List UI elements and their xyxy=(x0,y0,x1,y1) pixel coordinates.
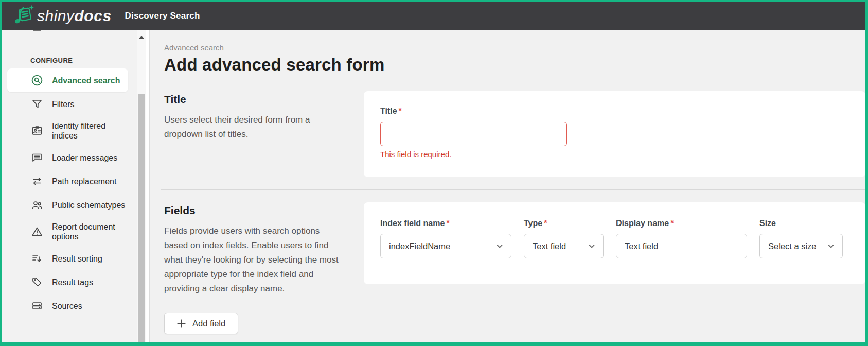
fields-section-description: Fields provide users with search options… xyxy=(164,224,343,296)
breadcrumb[interactable]: Advanced search xyxy=(164,43,865,52)
sidebar-section-label: CONFIGURE xyxy=(30,57,137,64)
type-select[interactable]: Text field xyxy=(524,234,604,258)
sidebar-item-advanced-search[interactable]: Advanced search xyxy=(7,68,128,92)
title-error-message: This field is required. xyxy=(380,150,849,159)
chevron-down-icon xyxy=(495,242,504,250)
sidebar-item-result-tags[interactable]: Result tags xyxy=(2,270,137,294)
sidebar-item-public-schematypes[interactable]: Public schematypes xyxy=(2,193,137,217)
fields-form-card: Index field name* indexFieldName Type* T… xyxy=(364,202,865,284)
search-circle-icon xyxy=(30,74,44,87)
app-title: Discovery Search xyxy=(125,11,200,21)
required-asterisk: * xyxy=(446,219,449,228)
database-icon xyxy=(30,299,44,313)
people-icon xyxy=(30,198,44,212)
page-title: Add advanced search form xyxy=(164,55,865,75)
shinydocs-logo: shinydocs xyxy=(13,5,112,27)
funnel-icon xyxy=(30,97,44,111)
clipped-icon xyxy=(30,30,44,33)
sidebar-item-clipped[interactable] xyxy=(2,30,137,38)
sidebar-item-sources[interactable]: Sources xyxy=(2,294,137,318)
size-label: Size xyxy=(759,219,843,228)
sidebar-scrollbar[interactable] xyxy=(137,30,146,342)
scrollbar-up-button[interactable] xyxy=(137,30,146,44)
brand-wordmark: shinydocs xyxy=(37,7,112,25)
sidebar-item-filters[interactable]: Filters xyxy=(2,92,137,116)
sidebar-item-identity-filtered-indices[interactable]: Identity filtered indices xyxy=(2,116,137,146)
sort-lines-icon xyxy=(30,252,44,265)
sidebar-nav: CONFIGURE Advanced search Filters Identi… xyxy=(2,30,137,342)
message-bubble-icon xyxy=(30,151,44,164)
main-content: Advanced search Add advanced search form… xyxy=(150,30,865,342)
add-field-button[interactable]: Add field xyxy=(164,313,238,334)
required-asterisk: * xyxy=(544,219,547,228)
plus-icon xyxy=(177,319,186,328)
field-group-type: Type* Text field xyxy=(524,219,604,258)
field-group-size: Size Select a size xyxy=(759,219,843,258)
chevron-down-icon xyxy=(588,242,596,250)
scrollbar-thumb[interactable] xyxy=(138,94,145,342)
index-field-name-select[interactable]: indexFieldName xyxy=(380,234,511,258)
title-field-label: Title* xyxy=(380,107,849,116)
title-section-heading: Title xyxy=(164,93,364,106)
title-section-description: Users select their desired form from a d… xyxy=(164,113,343,142)
app-window: shinydocs Discovery Search CONFIGURE Adv… xyxy=(0,0,868,346)
shinydocs-logo-icon xyxy=(13,5,35,27)
display-name-input[interactable] xyxy=(616,234,747,258)
section-divider xyxy=(161,189,865,190)
sidebar-item-path-replacement[interactable]: Path replacement xyxy=(2,169,137,193)
swap-arrows-icon xyxy=(30,175,44,188)
chevron-down-icon xyxy=(827,242,835,250)
sidebar-main-divider xyxy=(146,30,150,342)
scroll-up-arrow-icon xyxy=(139,36,144,39)
fields-section: Fields Fields provide users with search … xyxy=(164,202,865,296)
required-asterisk: * xyxy=(399,107,402,115)
sidebar-item-loader-messages[interactable]: Loader messages xyxy=(2,146,137,169)
type-label: Type* xyxy=(524,219,604,228)
tag-icon xyxy=(30,275,44,289)
app-header: shinydocs Discovery Search xyxy=(2,2,865,30)
size-select[interactable]: Select a size xyxy=(759,234,843,258)
sidebar-item-report-document-options[interactable]: Report document options xyxy=(2,217,137,247)
title-form-card: Title* This field is required. xyxy=(364,91,865,177)
warning-triangle-icon xyxy=(30,225,44,238)
title-section: Title Users select their desired form fr… xyxy=(164,91,865,177)
title-input[interactable] xyxy=(380,122,567,146)
required-asterisk: * xyxy=(670,219,674,228)
index-field-name-label: Index field name* xyxy=(380,219,511,228)
fields-section-heading: Fields xyxy=(164,204,364,217)
display-name-label: Display name* xyxy=(616,219,747,228)
field-group-display-name: Display name* xyxy=(616,219,747,258)
sidebar-item-result-sorting[interactable]: Result sorting xyxy=(2,247,137,270)
id-badge-icon xyxy=(30,124,44,137)
field-group-index-field-name: Index field name* indexFieldName xyxy=(380,219,511,258)
